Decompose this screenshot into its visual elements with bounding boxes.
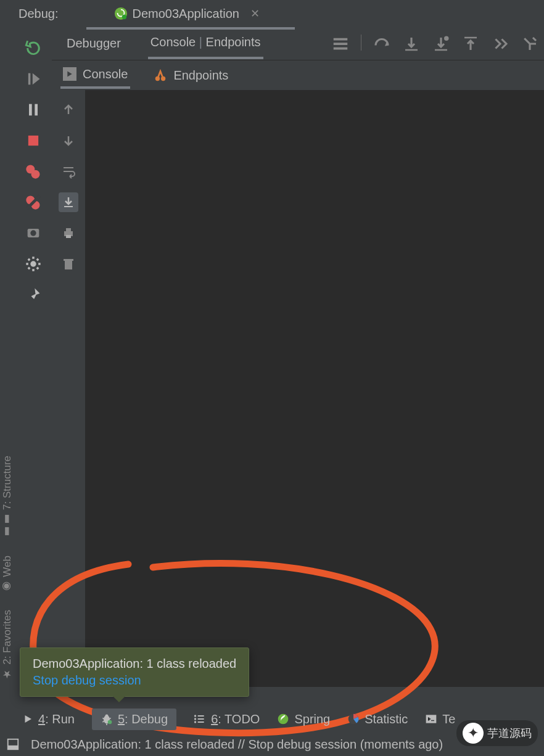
bottom-tab-spring[interactable]: Spring xyxy=(277,712,330,726)
debug-header: Debug: Demo03Application ✕ xyxy=(0,0,544,27)
view-breakpoints-icon[interactable] xyxy=(25,163,42,180)
svg-point-32 xyxy=(194,721,196,723)
rerun-icon[interactable] xyxy=(25,39,42,57)
clear-all-icon[interactable] xyxy=(59,254,78,274)
drop-frame-icon[interactable] xyxy=(491,35,509,53)
sub-tabs: Console Endpoints xyxy=(52,60,544,90)
run-config-name: Demo03Application xyxy=(133,7,239,21)
step-out-icon[interactable] xyxy=(461,35,480,53)
statistic-icon xyxy=(347,713,360,725)
svg-rect-37 xyxy=(8,746,19,749)
svg-rect-5 xyxy=(28,136,38,146)
svg-rect-2 xyxy=(28,73,31,85)
popup-tail xyxy=(113,696,125,702)
left-gutter: ★ 2: Favorites ◉ Web ▮▮ 7: Structure xyxy=(0,27,15,687)
sidebar-item-structure[interactable]: ▮▮ 7: Structure xyxy=(1,456,14,538)
svg-point-12 xyxy=(30,230,36,236)
console-tools xyxy=(52,90,85,687)
panel-actions xyxy=(331,35,544,53)
tab-console-endpoints[interactable]: Console | Endpoints xyxy=(148,28,263,59)
console-play-icon xyxy=(63,67,76,81)
terminal-icon xyxy=(425,713,437,725)
stop-icon[interactable] xyxy=(25,132,42,149)
console-row xyxy=(52,90,544,687)
svg-point-16 xyxy=(444,36,449,41)
print-icon[interactable] xyxy=(59,223,78,243)
svg-rect-24 xyxy=(66,235,71,238)
tab-debugger[interactable]: Debugger xyxy=(64,29,123,58)
down-stack-icon[interactable] xyxy=(59,131,78,150)
force-step-into-icon[interactable] xyxy=(432,35,450,53)
divider xyxy=(361,35,361,51)
endpoints-icon xyxy=(154,68,167,82)
svg-rect-17 xyxy=(464,36,477,38)
sidebar-item-favorites[interactable]: ★ 2: Favorites xyxy=(1,610,14,681)
main-row: ★ 2: Favorites ◉ Web ▮▮ 7: Structure Deb… xyxy=(0,27,544,687)
svg-rect-4 xyxy=(35,104,38,116)
status-text: Demo03Application: 1 class reloaded // S… xyxy=(31,738,443,752)
run-to-cursor-icon[interactable] xyxy=(521,35,539,53)
play-icon xyxy=(22,713,33,725)
svg-point-30 xyxy=(194,715,196,717)
debug-label: Debug: xyxy=(19,7,59,21)
bottom-tab-run[interactable]: 44: Run: Run xyxy=(22,712,75,726)
svg-point-33 xyxy=(278,714,289,725)
bottom-tab-statistic[interactable]: Statistic xyxy=(347,712,408,726)
pause-icon[interactable] xyxy=(25,101,42,118)
up-stack-icon[interactable] xyxy=(59,100,78,120)
bug-icon xyxy=(101,713,113,725)
wechat-icon: ✦ xyxy=(463,723,484,744)
svg-point-7 xyxy=(31,170,40,179)
tab-underline xyxy=(86,27,295,30)
svg-point-28 xyxy=(105,715,108,718)
svg-rect-23 xyxy=(66,228,71,231)
svg-point-13 xyxy=(30,261,36,266)
spring-icon xyxy=(277,713,289,725)
svg-point-31 xyxy=(194,718,196,720)
watermark: ✦ 芋道源码 xyxy=(456,720,538,746)
svg-rect-15 xyxy=(435,49,447,51)
notification-popup: Demo03Application: 1 class reloaded Stop… xyxy=(20,647,249,697)
layout-icon[interactable] xyxy=(331,35,350,53)
bottom-tab-debug[interactable]: 5: Debug xyxy=(92,709,176,730)
step-over-icon[interactable] xyxy=(373,35,391,53)
popup-title: Demo03Application: 1 class reloaded xyxy=(33,657,236,671)
scroll-to-end-icon[interactable] xyxy=(59,192,78,212)
resume-icon[interactable] xyxy=(25,70,42,88)
debug-panel: Debugger Console | Endpoints Console xyxy=(52,27,544,687)
settings-icon[interactable] xyxy=(25,255,42,273)
popup-stop-link[interactable]: Stop debug session xyxy=(33,673,236,688)
svg-point-29 xyxy=(108,720,112,725)
svg-rect-26 xyxy=(64,259,73,261)
bottom-tab-todo[interactable]: 6: TODO xyxy=(194,712,260,726)
subtab-endpoints[interactable]: Endpoints xyxy=(151,64,231,88)
svg-rect-3 xyxy=(29,104,32,116)
bottom-tab-terminal[interactable]: Te xyxy=(425,712,455,726)
subtab-console[interactable]: Console xyxy=(60,62,130,89)
sidebar-item-web[interactable]: ◉ Web xyxy=(1,556,14,593)
status-icon xyxy=(6,738,20,751)
step-into-icon[interactable] xyxy=(402,35,421,53)
run-config-tab[interactable]: Demo03Application ✕ xyxy=(114,7,260,21)
svg-point-1 xyxy=(122,15,126,19)
thread-dump-icon[interactable] xyxy=(25,224,42,242)
list-icon xyxy=(194,713,206,725)
pin-icon[interactable] xyxy=(25,286,42,303)
mute-breakpoints-icon[interactable] xyxy=(25,194,42,211)
svg-rect-25 xyxy=(65,261,72,269)
panel-tabs: Debugger Console | Endpoints xyxy=(52,27,544,60)
close-icon[interactable]: ✕ xyxy=(250,7,260,20)
console-output[interactable] xyxy=(85,90,544,687)
svg-rect-35 xyxy=(426,715,437,723)
svg-rect-21 xyxy=(64,206,73,207)
soft-wrap-icon[interactable] xyxy=(59,162,78,181)
svg-rect-14 xyxy=(405,49,418,51)
debug-toolbar xyxy=(15,27,52,687)
spring-boot-icon xyxy=(114,7,128,20)
